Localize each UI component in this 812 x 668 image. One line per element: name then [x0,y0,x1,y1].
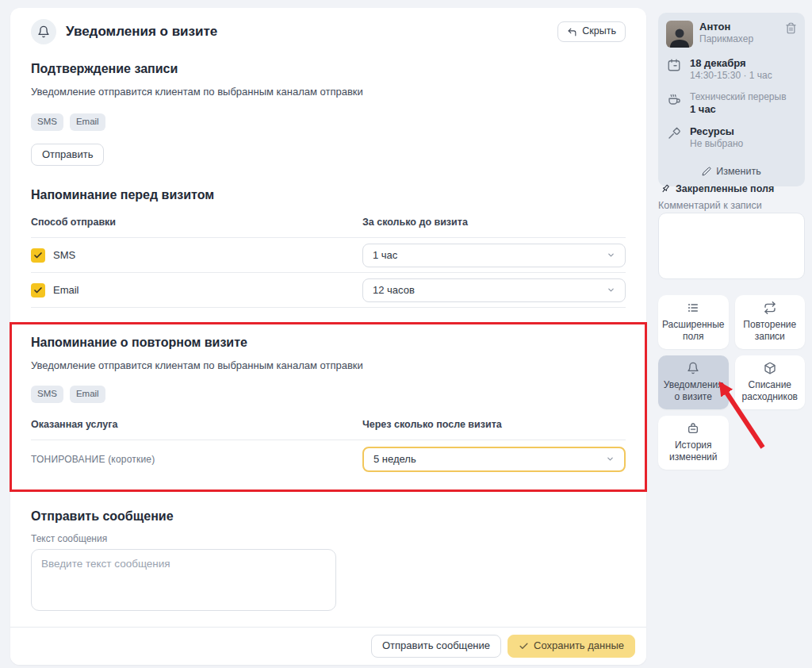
sms-row-label: SMS [53,249,75,261]
return-arrow-icon [567,27,577,37]
bell-icon [31,19,56,44]
email-row-label: Email [53,284,79,296]
hide-button-label: Скрыть [582,26,616,37]
sms-badge: SMS [31,386,63,403]
chevron-down-icon [607,286,615,294]
appointment-time: 14:30-15:30 · 1 час [690,70,772,83]
sidebar-button-label: Списание расходников [738,379,802,403]
message-text-label: Текст сообщения [31,533,626,544]
sms-checkbox[interactable] [31,248,45,263]
bell-icon [687,362,699,374]
sidebar-button-label: Расширенные поля [661,319,726,343]
sidebar-button-label: Повторение записи [738,319,802,343]
before-visit-table-header: Способ отправки За сколько до визита [31,217,626,238]
box-icon [764,362,776,374]
repeat-visit-highlight-box: Напоминание о повторном визите Уведомлен… [10,322,647,492]
list-icon [687,301,699,314]
repeat-icon [764,301,776,314]
pencil-icon [702,167,711,176]
pinned-fields-title: Закрепленные поля [660,183,774,194]
sidebar-actions-grid: Расширенные поля Повторение записи Уведо… [658,295,805,470]
pinned-fields-label: Закрепленные поля [676,183,774,194]
table-row: SMS 1 час [31,238,626,273]
repeat-channel-badges: SMS Email [31,386,626,403]
appointment-date-row: 18 декабря 14:30-15:30 · 1 час [666,57,797,83]
resources-value: Не выбрано [690,138,743,151]
sidebar-button-change-history[interactable]: История изменений [658,416,729,470]
staff-name: Антон [699,21,779,33]
repeat-table-header: Оказанная услуга Через сколько после виз… [31,419,626,440]
table-row: ТОНИРОВАНИЕ (короткие) 5 недель [31,440,626,475]
send-message-section-title: Отправить сообщение [31,509,626,524]
send-confirmation-button[interactable]: Отправить [31,144,104,166]
staff-avatar [666,21,693,48]
email-delay-select[interactable]: 12 часов [362,278,626,302]
repeat-visit-section-title: Напоминание о повторном визите [31,336,626,350]
confirmation-channel-badges: SMS Email [31,113,626,131]
hide-button[interactable]: Скрыть [557,21,626,42]
technical-break-row: Технический перерыв 1 час [666,91,797,117]
sidebar-button-repeat-record[interactable]: Повторение записи [735,295,806,349]
column-header-service: Оказанная услуга [31,419,362,430]
table-row: Email 12 часов [31,273,626,308]
sidebar-button-label: Уведомления о визите [661,379,726,403]
resources-label: Ресурсы [690,125,743,138]
check-icon [519,641,529,651]
chevron-down-icon [606,455,615,463]
pin-icon [660,183,671,194]
chevron-down-icon [607,251,615,259]
service-name: ТОНИРОВАНИЕ (короткие) [31,454,155,465]
visit-notifications-panel: Уведомления о визите Скрыть Подтверждени… [10,8,646,665]
break-label: Технический перерыв [690,91,787,104]
send-message-button[interactable]: Отправить сообщение [371,635,501,657]
calendar-icon [666,58,682,72]
resources-row: Ресурсы Не выбрано [666,125,797,151]
save-data-button[interactable]: Сохранить данные [508,635,635,657]
column-header-when-after: Через сколько после визита [362,419,626,430]
repeat-delay-select[interactable]: 5 недель [362,447,626,472]
before-visit-section-title: Напоминание перед визитом [31,188,626,202]
break-value: 1 час [690,103,787,116]
repeat-delay-value: 5 недель [373,453,416,465]
column-header-when-before: За сколько до визита [362,217,626,228]
email-delay-value: 12 часов [373,284,415,296]
email-checkbox[interactable] [31,283,45,298]
appointment-summary-card: Антон Парикмахер 18 декабря 14:30-15:30 … [658,13,805,186]
hammer-icon [666,126,682,140]
panel-header: Уведомления о визите Скрыть [31,19,626,44]
confirmation-description: Уведомление отправится клиентам по выбра… [31,86,626,98]
page-title: Уведомления о визите [66,24,217,40]
email-badge: Email [70,113,105,131]
panel-footer: Отправить сообщение Сохранить данные [10,627,646,665]
edit-appointment-link[interactable]: Изменить [666,159,797,182]
sidebar-button-consumables[interactable]: Списание расходников [735,355,806,409]
save-data-label: Сохранить данные [534,640,624,651]
comment-input[interactable] [658,213,805,279]
confirmation-section-title: Подтверждение записи [31,62,626,76]
sms-delay-select[interactable]: 1 час [362,244,626,267]
trash-icon[interactable] [785,22,797,34]
message-text-input[interactable] [31,549,336,611]
email-badge: Email [70,386,105,403]
sms-delay-value: 1 час [373,249,397,261]
history-icon [687,422,699,435]
appointment-date: 18 декабря [690,57,772,70]
comment-label: Комментарий к записи [658,200,762,211]
sidebar-button-label: История изменений [661,440,726,463]
edit-appointment-label: Изменить [716,166,760,177]
staff-role: Парикмахер [699,33,779,46]
sms-badge: SMS [31,113,63,131]
sidebar-button-advanced-fields[interactable]: Расширенные поля [658,295,729,349]
coffee-cup-icon [666,92,682,106]
repeat-visit-description: Уведомление отправится клиентам по выбра… [31,359,626,371]
sidebar-button-visit-notifications[interactable]: Уведомления о визите [658,355,729,409]
column-header-method: Способ отправки [31,217,362,228]
